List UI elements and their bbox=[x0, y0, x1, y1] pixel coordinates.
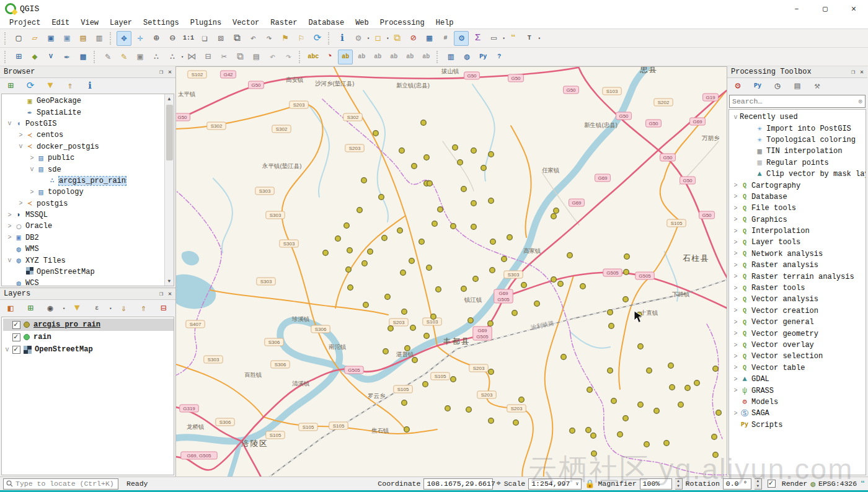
toolbox-item-grass[interactable]: >ψGRASS bbox=[730, 385, 866, 396]
rain-point[interactable] bbox=[611, 398, 617, 404]
browser-item-public[interactable]: >▤public bbox=[3, 152, 174, 164]
pan-to-selection-button[interactable]: ✛ bbox=[133, 31, 148, 46]
layer-item-arcgis-pro-rain[interactable]: arcgis_pro_rain bbox=[3, 318, 174, 331]
zoom-full-button[interactable]: ❏ bbox=[197, 31, 212, 46]
rain-point[interactable] bbox=[558, 281, 564, 287]
copy-features-button[interactable]: ⧉ bbox=[232, 50, 247, 64]
toolbox-item-network-analysis[interactable]: >QNetwork analysis bbox=[730, 248, 866, 260]
menu-processing[interactable]: Processing bbox=[374, 18, 430, 28]
rain-point[interactable] bbox=[685, 385, 691, 391]
remove-layer-button[interactable]: ⊟ bbox=[156, 301, 170, 316]
expander-icon[interactable]: > bbox=[732, 387, 740, 394]
rain-point[interactable] bbox=[618, 432, 623, 437]
rain-point[interactable] bbox=[383, 349, 389, 354]
toolbox-item-cartography[interactable]: >QCartography bbox=[730, 180, 866, 191]
open-project-button[interactable]: ▱ bbox=[27, 31, 42, 46]
toolbox-item-vector-general[interactable]: >QVector general bbox=[730, 317, 866, 328]
menu-project[interactable]: Project bbox=[4, 18, 46, 28]
filter-by-expression-button[interactable]: ε bbox=[89, 301, 104, 316]
rain-point[interactable] bbox=[361, 178, 367, 183]
expander-icon[interactable]: > bbox=[732, 239, 740, 246]
rain-point[interactable] bbox=[453, 145, 458, 151]
layer-diagram-options-button[interactable]: ◔ bbox=[322, 50, 337, 64]
rain-point[interactable] bbox=[716, 410, 722, 416]
toolbox-item-vector-selection[interactable]: >QVector selection bbox=[730, 351, 866, 362]
rain-point[interactable] bbox=[399, 148, 405, 154]
collapse-all-layers-button[interactable]: ⇑ bbox=[136, 301, 151, 316]
browser-item-db2[interactable]: >▣DB2 bbox=[3, 232, 174, 244]
expander-icon[interactable]: > bbox=[732, 364, 740, 371]
browser-item-docker-postgis[interactable]: v≺docker_postgis bbox=[3, 141, 174, 152]
toolbox-item-vector-overlay[interactable]: >QVector overlay bbox=[730, 340, 866, 351]
rain-point[interactable] bbox=[419, 239, 425, 245]
expander-icon[interactable]: > bbox=[732, 273, 740, 280]
measure-line-dropdown-icon[interactable]: ▾ bbox=[502, 36, 505, 41]
rain-point[interactable] bbox=[402, 400, 407, 406]
rain-point[interactable] bbox=[404, 427, 410, 433]
menu-web[interactable]: Web bbox=[350, 18, 374, 28]
zoom-out-button[interactable]: ⊖ bbox=[165, 31, 180, 46]
paste-features-button[interactable]: ▤ bbox=[249, 50, 264, 64]
scroll-down-icon[interactable]: ▼ bbox=[165, 276, 174, 286]
toolbox-item-import-into-postgis[interactable]: ✳Import into PostGIS bbox=[730, 123, 866, 134]
minimize-button[interactable]: – bbox=[782, 0, 811, 17]
expander-icon[interactable]: > bbox=[732, 262, 740, 269]
crs-globe-icon[interactable]: ◍ bbox=[810, 479, 815, 489]
new-shapefile-layer-button[interactable]: V bbox=[43, 50, 58, 64]
browser-item-xyz-tiles[interactable]: v◍XYZ Tiles bbox=[3, 255, 174, 266]
rain-point[interactable] bbox=[346, 267, 352, 273]
measure-line-button[interactable]: ▭ bbox=[486, 31, 501, 46]
zoom-next-button[interactable]: ↷ bbox=[262, 31, 277, 46]
expander-icon[interactable]: > bbox=[732, 319, 740, 326]
rain-point[interactable] bbox=[668, 363, 674, 369]
menu-database[interactable]: Database bbox=[303, 18, 350, 28]
menu-edit[interactable]: Edit bbox=[46, 18, 75, 28]
rain-point[interactable] bbox=[401, 270, 406, 276]
rain-point[interactable] bbox=[471, 148, 477, 154]
expander-icon[interactable]: > bbox=[732, 353, 740, 360]
expander-icon[interactable]: > bbox=[732, 228, 740, 235]
rain-point[interactable] bbox=[438, 207, 443, 213]
pin-unpin-labels-button[interactable]: ab bbox=[338, 50, 353, 64]
rain-point[interactable] bbox=[570, 428, 575, 434]
add-feature-menu-dropdown-icon[interactable]: ▾ bbox=[181, 55, 184, 59]
maximize-button[interactable]: ▢ bbox=[811, 0, 839, 17]
rain-point[interactable] bbox=[489, 418, 494, 424]
menu-layer[interactable]: Layer bbox=[104, 18, 138, 28]
rain-point[interactable] bbox=[712, 434, 717, 440]
rain-point[interactable] bbox=[512, 310, 518, 316]
toolbox-item-recently-used[interactable]: vRecently used bbox=[730, 112, 866, 123]
rain-point[interactable] bbox=[502, 257, 507, 262]
save-project-as-button[interactable]: ▣ bbox=[60, 31, 74, 46]
rain-point[interactable] bbox=[427, 265, 432, 271]
expander-icon[interactable]: > bbox=[6, 234, 14, 241]
rain-point[interactable] bbox=[405, 346, 410, 351]
rain-point[interactable] bbox=[451, 377, 456, 382]
close-button[interactable]: ✕ bbox=[839, 0, 868, 17]
toolbox-item-topological-coloring[interactable]: ✳Topological coloring bbox=[730, 134, 866, 146]
rain-point[interactable] bbox=[554, 208, 559, 214]
help-contents-button[interactable]: ? bbox=[492, 50, 507, 64]
browser-item-sde[interactable]: v▤sde bbox=[3, 164, 174, 175]
expander-icon[interactable]: > bbox=[6, 212, 14, 219]
rain-point[interactable] bbox=[424, 333, 430, 339]
models-menu-button[interactable]: ⚙ bbox=[730, 79, 745, 94]
select-features-dropdown-icon[interactable]: ▾ bbox=[386, 36, 389, 41]
toolbox-item-file-tools[interactable]: >QFile tools bbox=[730, 203, 866, 214]
browser-item-spatialite[interactable]: ✒SpatiaLite bbox=[3, 107, 174, 118]
rain-point[interactable] bbox=[580, 284, 586, 289]
expander-icon[interactable]: v bbox=[28, 166, 36, 173]
rain-point[interactable] bbox=[347, 248, 353, 253]
zoom-to-layer-button[interactable]: ⧈ bbox=[213, 31, 228, 46]
toggle-editing-button[interactable]: ✎ bbox=[117, 50, 131, 64]
browser-item-arcgis-pro-rain[interactable]: ∴arcgis_pro_rain bbox=[3, 175, 174, 187]
rain-point[interactable] bbox=[587, 387, 593, 393]
toolbox-item-layer-tools[interactable]: >QLayer tools bbox=[730, 237, 866, 248]
layers-close-icon[interactable]: ✕ bbox=[168, 290, 172, 297]
rain-point[interactable] bbox=[489, 152, 494, 157]
rain-point[interactable] bbox=[402, 309, 407, 315]
deselect-features-button[interactable]: ⧉ bbox=[389, 31, 404, 46]
add-group-button[interactable]: ⊞ bbox=[23, 301, 38, 316]
scroll-up-icon[interactable]: ▲ bbox=[165, 94, 174, 103]
coordinate-field[interactable]: 108.1675,29.6617 bbox=[423, 478, 493, 490]
